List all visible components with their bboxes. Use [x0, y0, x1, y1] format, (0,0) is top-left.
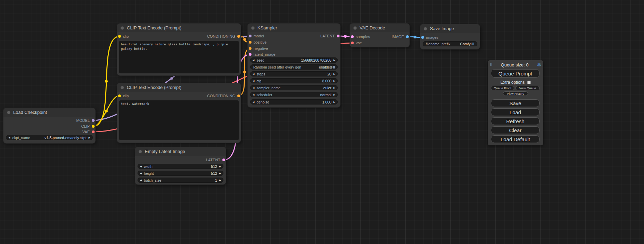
widget-decrement-icon[interactable]: ◀: [253, 87, 254, 89]
widget-increment-icon[interactable]: ▶: [334, 59, 335, 61]
widget-increment-icon[interactable]: ▶: [89, 136, 90, 139]
widget-decrement-icon[interactable]: ◀: [140, 172, 142, 174]
latent-slot-dot[interactable]: [249, 53, 252, 56]
node-empty-latent-image-titlebar[interactable]: Empty Latent Image: [135, 147, 226, 156]
model-slot-dot[interactable]: [249, 35, 252, 37]
node-graph-canvas[interactable]: Load Checkpoint MODEL CLIP VAE ◀ ckpt_na…: [0, 0, 644, 244]
refresh-button[interactable]: Refresh: [491, 117, 540, 125]
widget-increment-icon[interactable]: ▶: [334, 73, 335, 75]
width-widget[interactable]: ◀ width 512 ▶: [138, 164, 223, 169]
image-slot-dot[interactable]: [421, 36, 424, 39]
image-slot-dot[interactable]: [406, 35, 409, 38]
queue-prompt-button[interactable]: Queue Prompt: [491, 69, 540, 78]
model-slot-dot[interactable]: [92, 119, 95, 122]
height-widget[interactable]: ◀ height 512 ▶: [138, 171, 223, 176]
toggle-pin-icon[interactable]: [333, 66, 335, 69]
widget-increment-icon[interactable]: ▶: [334, 101, 335, 103]
output-slot-conditioning[interactable]: CONDITIONING: [207, 34, 240, 39]
load-default-button[interactable]: Load Default: [491, 135, 540, 143]
conditioning-slot-dot[interactable]: [249, 47, 252, 50]
widget-increment-icon[interactable]: ▶: [334, 93, 335, 96]
prompt-text-input[interactable]: beautiful scenery nature glass bottle la…: [119, 41, 239, 73]
seed-widget[interactable]: ◀ seed 156680208700286 ▶: [250, 57, 338, 63]
conditioning-slot-dot[interactable]: [249, 41, 252, 44]
queue-front-button[interactable]: Queue Front: [491, 86, 514, 90]
output-slot-image[interactable]: IMAGE: [392, 34, 409, 39]
filename-prefix-widget[interactable]: filename_prefix ComfyUI: [423, 41, 477, 46]
input-slot-positive[interactable]: positive: [249, 40, 266, 45]
steps-widget[interactable]: ◀ steps 20 ▶: [250, 71, 338, 76]
cfg-widget[interactable]: ◀ cfg 8.000 ▶: [250, 78, 338, 83]
node-ksampler[interactable]: KSampler model positive negative latent_…: [248, 24, 340, 107]
node-vae-decode[interactable]: VAE Decode samples vae IMAGE: [350, 24, 409, 47]
widget-decrement-icon[interactable]: ◀: [253, 93, 254, 96]
collapse-dot[interactable]: [139, 150, 142, 153]
node-empty-latent-image[interactable]: Empty Latent Image LATENT ◀ width 512 ▶ …: [135, 147, 226, 184]
widget-decrement-icon[interactable]: ◀: [253, 101, 254, 103]
sampler-name-widget[interactable]: ◀ sampler_name euler ▶: [250, 85, 338, 90]
latent-slot-dot[interactable]: [351, 35, 354, 38]
denoise-widget[interactable]: ◀ denoise 1.000 ▶: [250, 99, 338, 105]
clip-slot-dot[interactable]: [118, 35, 121, 38]
widget-increment-icon[interactable]: ▶: [334, 87, 335, 89]
view-queue-button[interactable]: View Queue: [515, 86, 540, 90]
conditioning-slot-dot[interactable]: [237, 35, 240, 38]
conditioning-slot-dot[interactable]: [237, 94, 240, 97]
output-slot-conditioning[interactable]: CONDITIONING: [207, 93, 240, 98]
node-clip-text-encode-negative-titlebar[interactable]: CLIP Text Encode (Prompt): [117, 83, 241, 92]
input-slot-samples[interactable]: samples: [351, 34, 370, 39]
input-slot-negative[interactable]: negative: [249, 46, 268, 51]
ckpt-name-widget[interactable]: ◀ ckpt_name v1-5-pruned-emaonly.ckpt ▶: [6, 135, 93, 140]
widget-decrement-icon[interactable]: ◀: [140, 165, 142, 168]
collapse-dot[interactable]: [7, 111, 10, 114]
collapse-dot[interactable]: [424, 27, 427, 30]
output-slot-clip[interactable]: CLIP: [81, 124, 95, 129]
collapse-dot[interactable]: [251, 26, 255, 30]
widget-increment-icon[interactable]: ▶: [219, 172, 221, 174]
input-slot-clip[interactable]: clip: [118, 34, 129, 39]
node-save-image-titlebar[interactable]: Save Image: [420, 24, 480, 33]
clip-slot-dot[interactable]: [118, 94, 121, 97]
input-slot-vae[interactable]: vae: [351, 40, 362, 45]
widget-increment-icon[interactable]: ▶: [219, 179, 221, 181]
extra-options-checkbox[interactable]: [527, 81, 531, 84]
widget-decrement-icon[interactable]: ◀: [8, 136, 10, 139]
node-clip-text-encode-positive[interactable]: CLIP Text Encode (Prompt) clip CONDITION…: [117, 24, 241, 75]
input-slot-latent-image[interactable]: latent_image: [249, 52, 275, 57]
scheduler-widget[interactable]: ◀ scheduler normal ▶: [250, 92, 338, 97]
input-slot-clip[interactable]: clip: [118, 93, 129, 98]
settings-gear-icon[interactable]: ✽: [537, 62, 541, 67]
node-vae-decode-titlebar[interactable]: VAE Decode: [350, 24, 409, 32]
vae-slot-dot[interactable]: [92, 130, 95, 133]
clip-slot-dot[interactable]: [92, 125, 95, 128]
node-save-image[interactable]: Save Image images filename_prefix ComfyU…: [420, 24, 480, 49]
clear-button[interactable]: Clear: [491, 126, 540, 134]
random-seed-toggle-widget[interactable]: Random seed after every gen enabled: [250, 64, 338, 70]
input-slot-model[interactable]: model: [249, 34, 264, 38]
widget-decrement-icon[interactable]: ◀: [140, 179, 142, 181]
output-slot-vae[interactable]: VAE: [82, 129, 95, 134]
input-slot-images[interactable]: images: [421, 35, 438, 40]
widget-decrement-icon[interactable]: ◀: [253, 73, 254, 75]
widget-increment-icon[interactable]: ▶: [334, 80, 335, 82]
vae-slot-dot[interactable]: [351, 42, 354, 44]
output-slot-model[interactable]: MODEL: [76, 118, 95, 123]
batch-size-widget[interactable]: ◀ batch_size 1 ▶: [138, 178, 223, 183]
view-history-button[interactable]: View History: [503, 91, 528, 96]
node-clip-text-encode-negative[interactable]: CLIP Text Encode (Prompt) clip CONDITION…: [117, 83, 241, 143]
node-load-checkpoint-titlebar[interactable]: Load Checkpoint: [3, 108, 95, 117]
output-slot-latent[interactable]: LATENT: [320, 34, 339, 38]
widget-increment-icon[interactable]: ▶: [219, 165, 221, 168]
drag-handle-icon[interactable]: ⠿: [490, 63, 492, 67]
latent-slot-dot[interactable]: [337, 35, 339, 37]
node-load-checkpoint[interactable]: Load Checkpoint MODEL CLIP VAE ◀ ckpt_na…: [3, 108, 95, 143]
widget-decrement-icon[interactable]: ◀: [253, 80, 254, 82]
widget-decrement-icon[interactable]: ◀: [253, 59, 254, 61]
prompt-text-input[interactable]: text, watermark: [119, 100, 239, 140]
save-button[interactable]: Save: [491, 99, 540, 107]
collapse-dot[interactable]: [353, 26, 357, 30]
node-ksampler-titlebar[interactable]: KSampler: [248, 24, 340, 32]
output-slot-latent[interactable]: LATENT: [206, 157, 225, 162]
latent-slot-dot[interactable]: [222, 159, 225, 161]
collapse-dot[interactable]: [121, 86, 124, 89]
